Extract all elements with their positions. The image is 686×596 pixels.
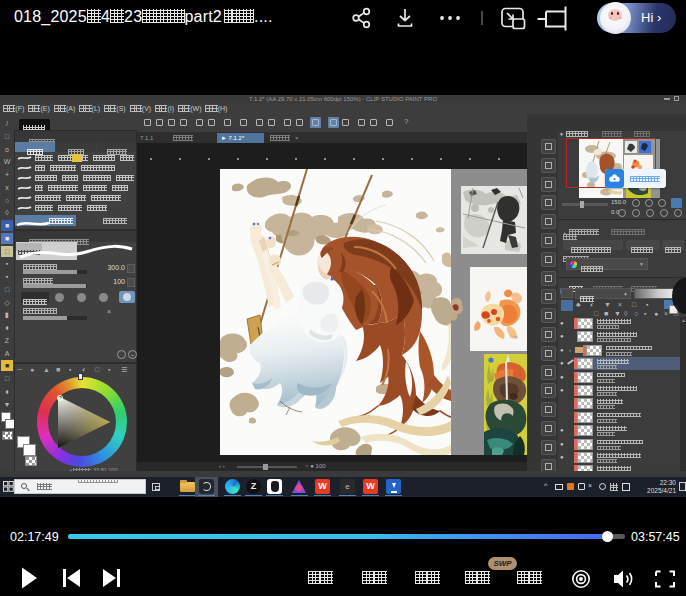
svg-text:Lcm: Lcm <box>510 334 518 339</box>
